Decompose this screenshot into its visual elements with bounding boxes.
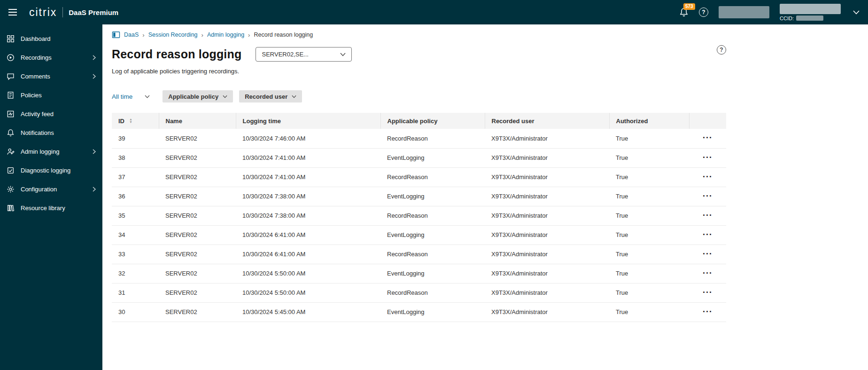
redacted-org-name	[719, 6, 769, 18]
column-label: Name	[166, 118, 182, 125]
sidebar: DashboardRecordingsCommentsPoliciesActiv…	[0, 24, 102, 370]
header-help-button[interactable]: ?	[699, 8, 708, 17]
cell-id: 33	[112, 244, 159, 264]
column-header-logging-time[interactable]: Logging time	[236, 113, 380, 129]
cell-applicable-policy: EventLogging	[380, 302, 485, 322]
cell-name: SERVER02	[159, 302, 236, 322]
cell-actions: ···	[689, 129, 726, 148]
sidebar-item-label: Diagnostic logging	[21, 167, 70, 174]
cell-logging-time: 10/30/2024 7:38:00 AM	[236, 206, 380, 225]
column-header-id[interactable]: ID▲▼	[112, 113, 159, 129]
row-actions-button[interactable]: ···	[699, 193, 716, 199]
diagnostic-logging-icon	[7, 166, 15, 174]
sidebar-item-notifications[interactable]: Notifications	[0, 123, 102, 142]
sidebar-item-admin-logging[interactable]: Admin logging	[0, 142, 102, 161]
breadcrumb-link-daas[interactable]: DaaS	[124, 31, 139, 38]
sidebar-item-recordings[interactable]: Recordings	[0, 48, 102, 67]
cell-recorded-user: X9T3X/Administrator	[485, 206, 609, 225]
column-header-applicable-policy[interactable]: Applicable policy	[380, 113, 485, 129]
notification-badge: 573	[683, 3, 695, 10]
cell-id: 35	[112, 206, 159, 225]
cell-actions: ···	[689, 148, 726, 167]
row-actions-button[interactable]: ···	[699, 134, 716, 141]
row-actions-button[interactable]: ···	[699, 270, 716, 276]
sidebar-item-resource-library[interactable]: Resource library	[0, 198, 102, 217]
recorded-user-filter[interactable]: Recorded user	[239, 90, 302, 102]
resource-library-icon	[7, 204, 15, 212]
cell-id: 36	[112, 187, 159, 206]
ccid-label: CCID:	[780, 16, 794, 21]
cell-name: SERVER02	[159, 283, 236, 302]
column-label: Authorized	[616, 118, 648, 125]
table-row: 33SERVER0210/30/2024 6:41:00 AMRecordRea…	[112, 244, 726, 264]
sidebar-item-label: Recordings	[21, 54, 52, 61]
help-glyph: ?	[702, 9, 705, 16]
sidebar-item-policies[interactable]: Policies	[0, 86, 102, 104]
sort-desc-icon: ▼	[129, 121, 132, 124]
row-actions-button[interactable]: ···	[699, 231, 716, 238]
cell-logging-time: 10/30/2024 7:46:00 AM	[236, 129, 380, 148]
cell-logging-time: 10/30/2024 7:41:00 AM	[236, 167, 380, 187]
sidebar-item-label: Configuration	[21, 186, 57, 193]
row-actions-button[interactable]: ···	[699, 212, 716, 219]
cell-id: 32	[112, 264, 159, 283]
cell-authorized: True	[609, 167, 689, 187]
cell-authorized: True	[609, 206, 689, 225]
account-menu-chevron[interactable]	[851, 8, 861, 16]
applicable-policy-filter[interactable]: Applicable policy	[163, 90, 233, 102]
admin-logging-icon	[7, 148, 15, 156]
cell-id: 39	[112, 129, 159, 148]
table-row: 31SERVER0210/30/2024 5:50:00 AMRecordRea…	[112, 283, 726, 302]
sidebar-item-comments[interactable]: Comments	[0, 67, 102, 86]
row-actions-button[interactable]: ···	[699, 308, 716, 315]
table-header-row: ID▲▼NameLogging timeApplicable policyRec…	[112, 113, 726, 129]
dashboard-icon	[7, 35, 15, 43]
cell-name: SERVER02	[159, 129, 236, 148]
cell-id: 30	[112, 302, 159, 322]
notifications-button[interactable]: 573	[679, 8, 689, 17]
cell-name: SERVER02	[159, 206, 236, 225]
chevron-right-icon	[93, 187, 96, 192]
cell-authorized: True	[609, 148, 689, 167]
cell-recorded-user: X9T3X/Administrator	[485, 283, 609, 302]
row-actions-button[interactable]: ···	[699, 154, 716, 161]
page-help-button[interactable]: ?	[717, 45, 726, 55]
sort-icons: ▲▼	[129, 118, 132, 124]
cell-actions: ···	[689, 244, 726, 264]
main-panel: DaaS›Session Recording›Admin logging›Rec…	[102, 24, 868, 370]
chevron-right-icon: ›	[142, 31, 144, 39]
sidebar-item-dashboard[interactable]: Dashboard	[0, 29, 102, 48]
cell-recorded-user: X9T3X/Administrator	[485, 129, 609, 148]
cell-logging-time: 10/30/2024 5:50:00 AM	[236, 264, 380, 283]
sidebar-item-diagnostic-logging[interactable]: Diagnostic logging	[0, 161, 102, 180]
cell-authorized: True	[609, 129, 689, 148]
cell-applicable-policy: RecordReason	[380, 206, 485, 225]
table-row: 38SERVER0210/30/2024 7:41:00 AMEventLogg…	[112, 148, 726, 167]
table-row: 34SERVER0210/30/2024 6:41:00 AMEventLogg…	[112, 225, 726, 244]
cell-applicable-policy: EventLogging	[380, 264, 485, 283]
table-row: 37SERVER0210/30/2024 7:41:00 AMRecordRea…	[112, 167, 726, 187]
breadcrumb-current: Record reason logging	[254, 31, 313, 38]
row-actions-button[interactable]: ···	[699, 173, 716, 180]
sidebar-item-configuration[interactable]: Configuration	[0, 180, 102, 198]
row-actions-button[interactable]: ···	[699, 251, 716, 257]
time-range-filter[interactable]: All time	[112, 93, 150, 100]
hamburger-menu-button[interactable]	[0, 0, 25, 24]
column-header-authorized[interactable]: Authorized	[609, 113, 689, 129]
row-actions-button[interactable]: ···	[699, 289, 716, 296]
column-header-recorded-user[interactable]: Recorded user	[485, 113, 609, 129]
column-header-name[interactable]: Name	[159, 113, 236, 129]
cell-id: 34	[112, 225, 159, 244]
breadcrumb-link-admin-logging[interactable]: Admin logging	[207, 31, 244, 38]
cell-actions: ···	[689, 302, 726, 322]
hamburger-icon	[8, 8, 17, 16]
sidebar-item-activity-feed[interactable]: Activity feed	[0, 104, 102, 123]
chevron-right-icon: ›	[202, 31, 203, 39]
chevron-right-icon	[93, 149, 96, 154]
panel-toggle-icon[interactable]	[112, 31, 120, 39]
cell-recorded-user: X9T3X/Administrator	[485, 302, 609, 322]
time-range-value: All time	[112, 93, 132, 100]
breadcrumb-link-session-recording[interactable]: Session Recording	[148, 31, 198, 38]
chevron-down-icon	[292, 95, 296, 98]
server-selector-dropdown[interactable]: SERVER02,SE...	[256, 47, 352, 62]
